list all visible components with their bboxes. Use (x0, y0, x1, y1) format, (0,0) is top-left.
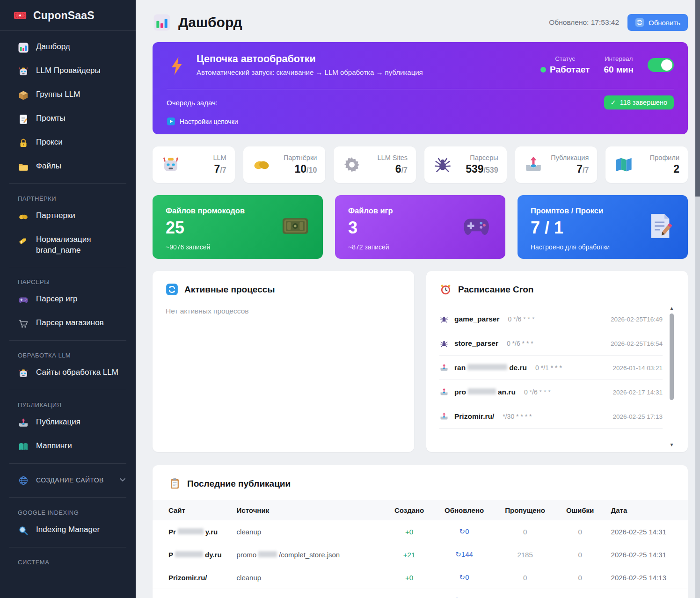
table-row[interactable]: Prizomir.ru/ cleanup +0 ↻0 0 0 2026-02-2… (153, 566, 688, 589)
divider (9, 340, 126, 341)
page-header: Дашборд Обновлено: 17:53:42 Обновить (153, 13, 688, 32)
sidebar-item-llm-providers[interactable]: LLM Провайдеры (0, 59, 136, 83)
globe-icon (18, 475, 29, 486)
divider (167, 89, 674, 89)
sidebar-item-label: Сайты обработка LLM (36, 367, 118, 378)
sidebar-item-label: Группы LLM (36, 89, 80, 100)
sidebar-item-files[interactable]: Файлы (0, 155, 136, 179)
sidebar-item-prompts[interactable]: Промты (0, 107, 136, 131)
sidebar-item-label: Indexing Manager (36, 525, 100, 535)
gear-icon (342, 155, 362, 175)
redacted-text (175, 551, 203, 557)
table-row[interactable]: Prizomir.ru/ prizomirru/complet_store.js… (153, 589, 688, 598)
outbox-icon (439, 363, 449, 372)
redacted-text (467, 364, 507, 370)
panel-title-text: Расписание Cron (458, 284, 533, 295)
sidebar-item-label: Парсер магазинов (36, 318, 104, 328)
queue-label: Очередь задач: (167, 99, 218, 107)
gamepad-icon (460, 210, 492, 244)
sidebar-item-label: Партнерки (36, 211, 75, 221)
sidebar-item-proxy[interactable]: Прокси (0, 131, 136, 155)
prompts-proxy-card[interactable]: Промптов / Прокси 7 / 1 Настроено для об… (518, 195, 688, 259)
cron-row[interactable]: Prizomir.ru/ */30 * * * * 2026-02-25 17:… (439, 404, 663, 429)
panel-title-text: Активные процессы (184, 284, 275, 295)
spider-icon (439, 339, 449, 348)
cron-row[interactable]: store_parser 0 */6 * * * 2026-02-25T16:5… (439, 331, 663, 356)
sidebar-nav: Дашборд LLM Провайдеры Группы LLM Промты… (0, 31, 136, 568)
scroll-thumb[interactable] (670, 314, 674, 400)
status-metric: Статус Работает (540, 55, 590, 75)
spider-icon (433, 155, 452, 175)
check-icon: ✓ (611, 99, 616, 106)
sidebar-item-label: Файлы (36, 161, 61, 172)
cron-row[interactable]: game_parser 0 */6 * * * 2026-02-25T16:49 (439, 307, 663, 331)
cron-row[interactable]: rande.ru 0 */1 * * * 2026-01-14 03:21 (439, 356, 663, 380)
sidebar-section-partners: ПАРТНЁРКИ (0, 189, 136, 204)
status-value: Работает (550, 65, 590, 75)
package-icon (18, 90, 29, 101)
chain-settings-link[interactable]: Настройки цепочки (167, 117, 238, 126)
last-updated: Обновлено: 17:53:42 (549, 18, 619, 27)
stat-card-profiles[interactable]: Профили2 (605, 146, 688, 183)
page-title-text: Дашборд (178, 15, 242, 30)
stat-card-publication[interactable]: Публикация7/7 (515, 146, 598, 183)
ticket-icon (281, 211, 310, 242)
stat-card-partners[interactable]: Партнёрки10/10 (243, 146, 326, 183)
page-scroll-thumb[interactable] (695, 0, 700, 197)
cron-scrollbar[interactable]: ▲ ▼ (669, 305, 675, 448)
bar-chart-icon (153, 13, 171, 32)
sidebar-item-llm-sites[interactable]: Сайты обработка LLM (0, 361, 136, 385)
sidebar-item-normalization[interactable]: Нормализация brand_name (0, 228, 136, 262)
gamepad-icon (18, 294, 29, 306)
sidebar-item-llm-groups[interactable]: Группы LLM (0, 83, 136, 107)
redacted-text (468, 388, 496, 394)
sidebar-item-label: Публикация (36, 417, 80, 428)
stat-card-llm-sites[interactable]: LLM Sites6/7 (334, 146, 416, 183)
refresh-button[interactable]: Обновить (627, 14, 688, 31)
sidebar: CuponSaaS Дашборд LLM Провайдеры Группы … (0, 0, 136, 598)
scroll-up-arrow[interactable]: ▲ (669, 305, 675, 312)
stat-card-parsers[interactable]: Парсеры539/539 (424, 146, 507, 183)
divider (9, 390, 126, 390)
banner-subtitle: Автоматический запуск: скачивание → LLM … (197, 68, 423, 76)
ticket-icon (13, 8, 27, 22)
robot-icon (18, 368, 29, 379)
sidebar-item-dashboard[interactable]: Дашборд (0, 36, 136, 59)
table-row[interactable]: Pdy.ru promo/complet_store.json +21 ↻144… (153, 543, 688, 566)
refresh-button-label: Обновить (649, 19, 680, 27)
memo-pencil-icon (646, 211, 675, 242)
page-scrollbar[interactable] (695, 0, 700, 598)
alarm-clock-icon (439, 283, 452, 296)
redacted-text (178, 528, 204, 534)
bar-chart-icon (18, 42, 29, 53)
chain-enabled-toggle[interactable] (648, 58, 674, 72)
refresh-icon (166, 283, 178, 296)
sidebar-item-site-creation[interactable]: СОЗДАНИЕ САЙТОВ (0, 468, 136, 493)
stat-card-llm[interactable]: LLM7/7 (153, 146, 235, 183)
magnifier-icon (18, 525, 29, 536)
divider (9, 497, 126, 498)
status-dot (540, 67, 546, 73)
sidebar-item-label: Нормализация brand_name (36, 234, 116, 256)
sidebar-item-partners[interactable]: Партнерки (0, 204, 136, 228)
sidebar-item-game-parser[interactable]: Парсер игр (0, 288, 136, 312)
outbox-icon (439, 412, 449, 421)
sidebar-item-indexing-manager[interactable]: Indexing Manager (0, 518, 136, 542)
sidebar-item-store-parser[interactable]: Парсер магазинов (0, 312, 136, 335)
handshake-icon (18, 211, 29, 222)
outbox-icon (524, 155, 543, 175)
cart-icon (18, 318, 29, 329)
table-row[interactable]: Pry.ru cleanup +0 ↻0 0 0 2026-02-25 14:3… (153, 520, 688, 543)
sidebar-section-publication: ПУБЛИКАЦИЯ (0, 395, 136, 411)
sidebar-item-label: СОЗДАНИЕ САЙТОВ (36, 476, 104, 485)
promo-files-card[interactable]: Файлов промокодов 25 ~9076 записей (153, 195, 323, 259)
sidebar-item-mappings[interactable]: Маппинги (0, 435, 136, 459)
cron-row[interactable]: proan.ru 0 */6 * * * 2026-02-17 14:31 (439, 380, 663, 404)
sidebar-item-label: Парсер игр (36, 294, 77, 305)
scroll-down-arrow[interactable]: ▼ (669, 442, 675, 448)
active-processes-panel: Активные процессы Нет активных процессов (153, 271, 414, 452)
sidebar-item-publication[interactable]: Публикация (0, 411, 136, 435)
clipboard-icon (168, 477, 181, 490)
lightning-icon (167, 53, 187, 80)
game-files-card[interactable]: Файлов игр 3 ~872 записей (335, 195, 505, 259)
